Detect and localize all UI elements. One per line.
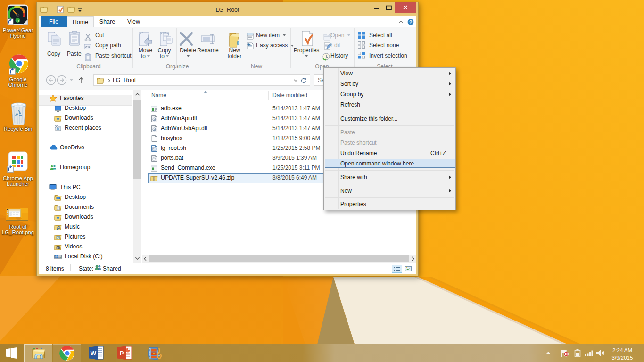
svg-text:P: P: [120, 350, 124, 357]
svg-text:H: H: [17, 19, 19, 23]
svg-text:W: W: [91, 350, 97, 357]
svg-text:?: ?: [409, 19, 413, 25]
